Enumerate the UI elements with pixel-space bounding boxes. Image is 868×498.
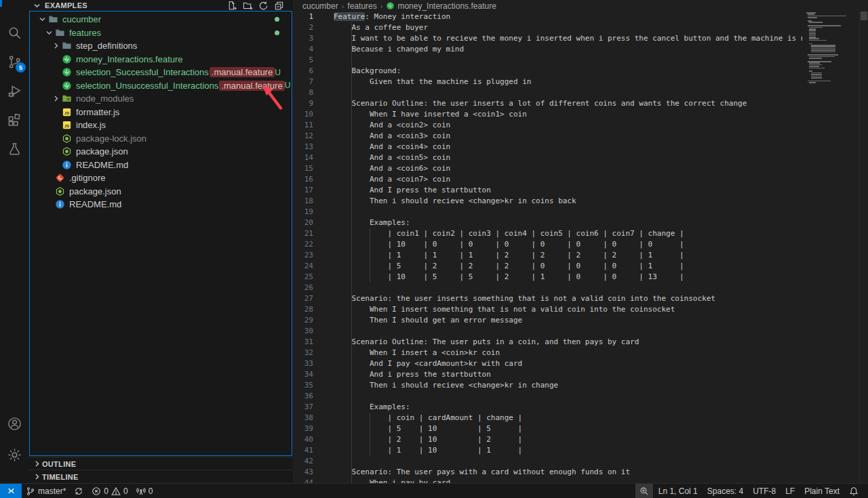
code-line[interactable]: 30 [293,326,802,337]
tree-item--gitignore[interactable]: .gitignore [30,171,292,185]
code-line[interactable]: 22 | 10 | 0 | 0 | 0 | 0 | 0 | 0 | 0 | [293,239,802,250]
code-line[interactable]: 17 And I press the startbutton [293,185,802,196]
tree-item-selection-unsuccessful-interactions[interactable]: selection_Unsuccessful_Interactions.manu… [30,79,292,93]
timeline-panel-header[interactable]: TIMELINE [28,470,293,483]
code-line[interactable]: 10 When I have inserted a <coin1> coin [293,109,802,120]
code-line[interactable]: 43 Scenario: The user pays with a card w… [293,467,802,478]
tree-item-features[interactable]: features [30,26,292,40]
breadcrumb-item[interactable]: features [347,1,376,11]
tree-item-cucumber[interactable]: cucumber [30,13,292,26]
tree-item-money-interactions-feature[interactable]: money_Interactions.feature [30,53,292,66]
status-ports[interactable]: 0 [132,484,157,498]
status-cursor-position[interactable]: Ln 1, Col 1 [654,484,702,498]
status-screencast-zoom[interactable] [635,484,653,498]
status-problems[interactable]: 00 [87,484,132,498]
code-line[interactable]: 12 And a <coin3> coin [293,131,802,142]
code-line[interactable]: 15 And a <coin6> coin [293,163,802,174]
new-folder-icon[interactable] [242,0,254,12]
code-line[interactable]: 11 And a <coin2> coin [293,120,802,131]
line-number: 13 [293,142,313,152]
tree-item-formatter-js[interactable]: JSformatter.js [30,106,292,119]
code-line[interactable]: 18 Then i should recieve <change>kr in c… [293,196,802,207]
scrollbar-thumb[interactable] [861,12,867,20]
code-line[interactable]: 7 Given that the machine is plugged in [293,77,802,87]
minimap[interactable] [802,11,860,483]
code-line[interactable]: 24 | 5 | 2 | 2 | 2 | 0 | 0 | 0 | 1 | [293,261,802,272]
tree-item-selection-successful-interactions[interactable]: selection_Successful_Interactions.manual… [30,66,292,79]
code-line[interactable]: 4 Because i changed my mind [293,44,802,55]
code-line[interactable]: 40 | 2 | 10 | 2 | [293,434,802,445]
code-line[interactable]: 16 And a <coin7> coin [293,174,802,185]
source-control-icon[interactable]: 5 [5,52,24,71]
code-line[interactable]: 41 | 1 | 10 | 1 | [293,445,802,456]
code-line[interactable]: 28 When I insert something that is not a… [293,304,802,315]
code-line[interactable]: 8 [293,87,802,98]
run-debug-icon[interactable] [5,81,24,100]
status-git-branch[interactable]: master* [22,484,70,498]
tree-item-node-modules[interactable]: node_modules [30,92,292,106]
code-line[interactable]: 37 Examples: [293,402,802,413]
tree-item-package-lock-json[interactable]: package-lock.json [30,132,292,146]
chevron-down-icon[interactable] [37,16,47,23]
code-line[interactable]: 2 As a coffee buyer [293,22,802,33]
code-line[interactable]: 19 [293,207,802,217]
breadcrumb-file[interactable]: money_Interactions.feature [386,1,496,11]
status-eol[interactable]: LF [781,484,799,498]
status-encoding[interactable]: UTF-8 [749,484,780,498]
search-icon[interactable] [5,23,24,42]
code-line[interactable]: 26 [293,283,802,293]
code-line[interactable]: 32 When I insert a <coin>kr coin [293,348,802,358]
settings-icon[interactable] [5,445,24,464]
collapse-all-icon[interactable] [273,0,285,12]
code-line[interactable]: 36 [293,391,802,402]
tree-item-readme-md[interactable]: README.md [30,198,292,211]
status-indentation[interactable]: Spaces: 4 [703,484,747,498]
breadcrumb-item[interactable]: cucumber [302,1,338,11]
code-line[interactable]: 29 Then I should get an error message [293,315,802,326]
code-line[interactable]: 3 I want to be able to recieve the money… [293,33,802,44]
chevron-down-icon[interactable] [43,29,54,37]
code-line[interactable]: 1Feature: Money interaction [293,12,802,22]
code-line[interactable]: 23 | 1 | 1 | 1 | 2 | 2 | 2 | 2 | 1 | [293,250,802,261]
code-line[interactable]: 21 | coin1 | coin2 | coin3 | coin4 | coi… [293,228,802,239]
code-line[interactable]: 9 Scenario Outline: the user inserts a l… [293,98,802,109]
code-line[interactable]: 13 And a <coin4> coin [293,142,802,152]
code-line[interactable]: 27 Scenario: the user inserts something … [293,293,802,304]
code-line[interactable]: 33 And I pay <cardAmount>kr with card [293,358,802,369]
code-line[interactable]: 44 When i pay by card [293,478,802,483]
code-editor[interactable]: 1Feature: Money interaction2 As a coffee… [293,12,802,483]
extensions-icon[interactable] [5,110,24,129]
testing-icon[interactable] [5,140,24,159]
outline-panel-header[interactable]: OUTLINE [28,457,293,470]
status-language-mode[interactable]: Plain Text [800,484,844,498]
tree-item-package-json[interactable]: package.json [30,185,292,199]
account-icon[interactable] [5,414,24,433]
code-line[interactable]: 14 And a <coin5> coin [293,152,802,163]
status-sync[interactable] [70,484,87,498]
chevron-right-icon[interactable] [50,95,61,102]
tree-item-step-definitions[interactable]: step_definitions [30,39,292,53]
code-line[interactable]: 20 Examples: [293,217,802,228]
code-line[interactable]: 25 | 10 | 5 | 5 | 2 | 1 | 0 | 0 | 13 | [293,272,802,283]
chevron-right-icon[interactable] [50,42,61,49]
code-line[interactable]: 39 | 5 | 10 | 5 | [293,423,802,434]
status-notifications[interactable] [845,484,863,498]
code-line[interactable]: 38 | coin | cardAmount | change | [293,413,802,423]
tree-item-index-js[interactable]: JSindex.js [30,119,292,132]
chevron-down-icon[interactable] [31,2,42,9]
editor-scrollbar[interactable] [859,12,868,483]
tree-item-readme-md[interactable]: README.md [30,159,292,172]
line-number: 16 [293,174,313,185]
code-line[interactable]: 31 Scenario Outline: The user puts in a … [293,337,802,348]
code-line[interactable]: 5 [293,55,802,66]
tree-item-package-json[interactable]: package.json [30,145,292,159]
editor-group: cucumber›features›money_Interactions.fea… [293,0,868,483]
code-line[interactable]: 35 Then i should recieve <change>kr in c… [293,380,802,391]
code-line[interactable]: 34 And i press the startbutton [293,369,802,380]
code-text: When I have inserted a <coin1> coin [334,110,527,119]
refresh-icon[interactable] [258,0,269,12]
new-file-icon[interactable] [226,0,238,12]
code-line[interactable]: 42 [293,456,802,467]
status-remote[interactable] [0,484,22,498]
code-line[interactable]: 6 Background: [293,66,802,77]
